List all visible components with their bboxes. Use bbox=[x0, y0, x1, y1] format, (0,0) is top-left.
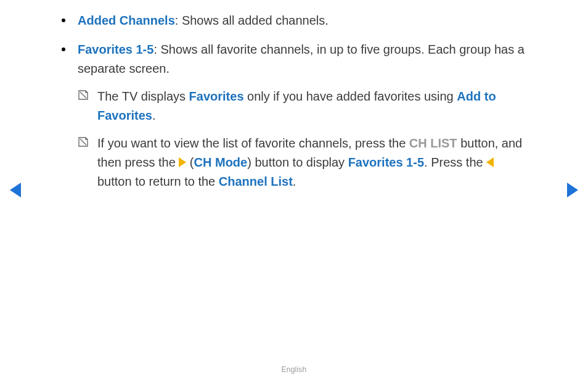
note2-fav: Favorites 1-5 bbox=[348, 155, 424, 169]
note2-seg-f: . bbox=[293, 175, 296, 188]
note2-open-paren: ( bbox=[186, 155, 194, 169]
bullet-item-added-channels: Added Channels: Shows all added channels… bbox=[59, 11, 528, 30]
note-item-2: If you want to view the list of favorite… bbox=[78, 134, 528, 191]
note2-seg-c: ) button to display bbox=[247, 155, 348, 169]
footer-language: English bbox=[0, 365, 588, 374]
note2-chmode: CH Mode bbox=[194, 155, 248, 169]
note1-kw-favorites: Favorites bbox=[189, 89, 244, 103]
note2-seg-e: button to return to the bbox=[97, 175, 219, 188]
desc-added-channels: : Shows all added channels. bbox=[175, 14, 329, 27]
page-content: Added Channels: Shows all added channels… bbox=[59, 11, 528, 201]
term-favorites: Favorites 1-5 bbox=[78, 43, 153, 56]
note-icon bbox=[78, 89, 89, 101]
bullet-item-favorites: Favorites 1-5: Shows all favorite channe… bbox=[59, 40, 528, 191]
note2-channel-list: Channel List bbox=[219, 175, 293, 188]
next-page-arrow[interactable] bbox=[567, 183, 578, 197]
prev-page-arrow[interactable] bbox=[10, 183, 21, 197]
note1-post: . bbox=[152, 109, 156, 122]
note1-mid: only if you have added favorites using bbox=[244, 89, 457, 103]
note2-seg-a: If you want to view the list of favorite… bbox=[97, 136, 409, 150]
term-added-channels: Added Channels bbox=[78, 14, 175, 27]
note2-chlist: CH LIST bbox=[409, 136, 457, 150]
note2-seg-d: . Press the bbox=[424, 155, 486, 169]
note1-pre: The TV displays bbox=[97, 89, 189, 103]
note-icon bbox=[78, 136, 89, 147]
bullet-list: Added Channels: Shows all added channels… bbox=[59, 11, 528, 191]
note-list: The TV displays Favorites only if you ha… bbox=[78, 87, 528, 191]
left-arrow-icon bbox=[486, 157, 494, 167]
note-item-1: The TV displays Favorites only if you ha… bbox=[78, 87, 528, 125]
right-arrow-icon bbox=[179, 157, 186, 167]
